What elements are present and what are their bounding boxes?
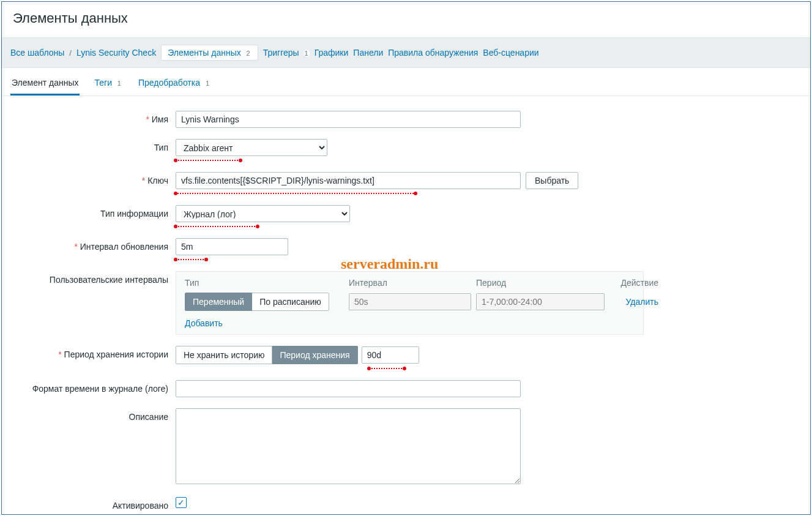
interval-period-field[interactable] (476, 293, 605, 310)
label-update-interval: Интервал обновления (10, 238, 176, 252)
annotation-type (176, 157, 240, 161)
history-value-field[interactable] (362, 346, 419, 364)
description-textarea[interactable] (176, 408, 521, 484)
interval-scheduling-button[interactable]: По расписанию (252, 293, 329, 311)
history-store-button[interactable]: Период хранения (272, 346, 357, 364)
enabled-checkbox[interactable]: ✓ (176, 497, 187, 508)
breadcrumb-items-label: Элементы данных (168, 48, 241, 58)
tab-preprocessing[interactable]: Предобработка 1 (137, 73, 212, 95)
annotation-key (176, 190, 415, 194)
label-log-time-format: Формат времени в журнале (логе) (10, 380, 176, 394)
tabs: Элемент данных Теги 1 Предобработка 1 (2, 68, 810, 96)
interval-delete-link[interactable]: Удалить (609, 297, 658, 307)
breadcrumb-discovery[interactable]: Правила обнаружения (388, 48, 478, 58)
tab-item[interactable]: Элемент данных (10, 73, 80, 95)
breadcrumb: Все шаблоны / Lynis Security Check Элеме… (2, 37, 810, 68)
breadcrumb-triggers-label: Триггеры (263, 48, 299, 58)
name-field[interactable] (176, 111, 521, 128)
annotation-history (369, 365, 404, 369)
key-field[interactable] (176, 172, 521, 189)
breadcrumb-template[interactable]: Lynis Security Check (76, 48, 156, 58)
update-interval-field[interactable] (176, 238, 288, 255)
breadcrumb-items-count: 2 (245, 50, 251, 57)
interval-value-field[interactable] (349, 293, 471, 310)
label-description: Описание (10, 408, 176, 422)
annotation-info-type (176, 223, 258, 227)
breadcrumb-panels[interactable]: Панели (353, 48, 383, 58)
intervals-col-period: Период (476, 278, 605, 288)
intervals-col-type: Тип (185, 278, 344, 288)
label-name: Имя (10, 111, 176, 124)
tab-tags[interactable]: Теги 1 (93, 73, 124, 95)
intervals-col-action: Действие (609, 278, 658, 288)
label-custom-intervals: Пользовательские интервалы (10, 271, 176, 285)
select-button[interactable]: Выбрать (526, 172, 578, 189)
tab-preproc-count: 1 (204, 80, 210, 87)
tab-preproc-label: Предобработка (138, 78, 200, 88)
label-info-type: Тип информации (10, 205, 176, 219)
page-title: Элементы данных (2, 2, 810, 37)
label-key: Ключ (10, 172, 176, 185)
breadcrumb-triggers-count: 1 (304, 50, 310, 57)
label-enabled: Активировано (10, 497, 176, 510)
history-no-store-button[interactable]: Не хранить историю (176, 346, 272, 364)
interval-add-link[interactable]: Добавить (185, 318, 223, 328)
type-select[interactable]: Zabbix агент (176, 139, 327, 156)
label-type: Тип (10, 139, 176, 152)
interval-type-toggle: Переменный По расписанию (185, 293, 344, 311)
custom-intervals-box: Тип Интервал Период Действие Переменный … (176, 271, 644, 335)
tab-tags-count: 1 (116, 80, 122, 87)
intervals-col-interval: Интервал (349, 278, 471, 288)
breadcrumb-items[interactable]: Элементы данных 2 (161, 45, 258, 61)
log-time-format-field[interactable] (176, 380, 521, 397)
breadcrumb-triggers[interactable]: Триггеры 1 (263, 48, 310, 58)
tab-tags-label: Теги (94, 78, 111, 88)
breadcrumb-all-templates[interactable]: Все шаблоны (10, 48, 64, 58)
breadcrumb-sep: / (69, 48, 72, 58)
breadcrumb-graphs[interactable]: Графики (315, 48, 349, 58)
interval-flexible-button[interactable]: Переменный (185, 293, 252, 311)
history-storage-toggle: Не хранить историю Период хранения (176, 346, 358, 364)
form: Имя Тип Zabbix агент Ключ Выбрать (2, 96, 810, 516)
info-type-select[interactable]: Журнал (лог) (176, 205, 350, 222)
annotation-update-interval (176, 256, 206, 260)
breadcrumb-web[interactable]: Веб-сценарии (483, 48, 538, 58)
label-history: Период хранения истории (10, 346, 176, 359)
